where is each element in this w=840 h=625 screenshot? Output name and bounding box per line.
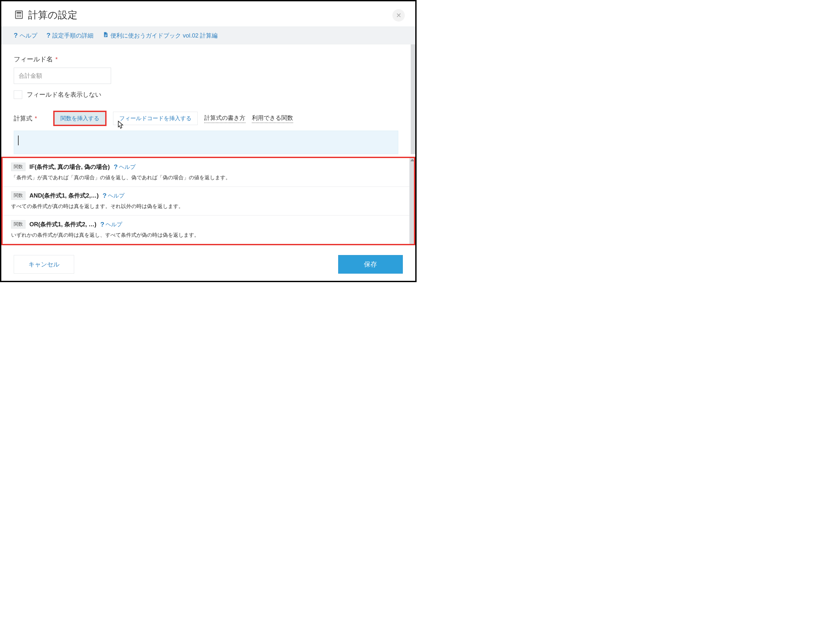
hide-field-name-checkbox[interactable] bbox=[14, 90, 22, 99]
function-badge: 関数 bbox=[11, 163, 25, 171]
function-help-link[interactable]: ? ヘルプ bbox=[100, 221, 122, 228]
svg-rect-9 bbox=[105, 35, 107, 36]
calculator-icon bbox=[14, 10, 23, 20]
insert-field-code-label: フィールドコードを挿入する bbox=[119, 115, 192, 121]
function-description: いずれかの条件式が真の時は真を返し、すべて条件式が偽の時は偽を返します。 bbox=[11, 232, 401, 239]
hide-field-name-row: フィールド名を表示しない bbox=[14, 90, 398, 99]
question-icon: ? bbox=[47, 32, 50, 39]
formula-controls-row: 計算式 * 関数を挿入する フィールドコードを挿入する 計算式の書き方 利用でき… bbox=[14, 111, 398, 126]
form-area: フィールド名 * フィールド名を表示しない 計算式 * 関数を挿入する フィール… bbox=[1, 44, 415, 154]
cancel-button-label: キャンセル bbox=[28, 261, 59, 268]
question-icon: ? bbox=[100, 221, 104, 228]
svg-point-2 bbox=[17, 14, 18, 16]
help-link-label: ヘルプ bbox=[20, 32, 37, 39]
question-icon: ? bbox=[103, 192, 106, 199]
dialog-frame: 計算の設定 ✕ ? ヘルプ ? 設定手順の詳細 便利に使おうガイドブック vol… bbox=[0, 0, 416, 282]
function-help-link[interactable]: ? ヘルプ bbox=[103, 192, 125, 199]
function-item-and[interactable]: 関数 AND(条件式1, 条件式2,…) ? ヘルプ すべての条件式が真の時は真… bbox=[3, 187, 409, 216]
svg-point-6 bbox=[18, 16, 19, 17]
function-help-label: ヘルプ bbox=[106, 221, 122, 228]
formula-label: 計算式 * bbox=[14, 114, 37, 123]
field-name-label-text: フィールド名 bbox=[14, 56, 53, 63]
svg-point-3 bbox=[18, 14, 19, 16]
dialog-footer: キャンセル 保存 bbox=[1, 245, 415, 281]
guidebook-link[interactable]: 便利に使おうガイドブック vol.02 計算編 bbox=[103, 31, 218, 39]
field-name-input[interactable] bbox=[14, 68, 111, 84]
function-description: 「条件式」が真であれば「真の場合」の値を返し、偽であれば「偽の場合」の値を返しま… bbox=[11, 174, 401, 181]
required-mark: * bbox=[56, 56, 58, 63]
function-help-label: ヘルプ bbox=[119, 163, 136, 171]
document-icon bbox=[103, 31, 109, 39]
svg-point-5 bbox=[17, 16, 18, 17]
settings-detail-link[interactable]: ? 設定手順の詳細 bbox=[47, 32, 94, 39]
close-button[interactable]: ✕ bbox=[393, 9, 405, 22]
function-badge: 関数 bbox=[11, 191, 25, 200]
svg-rect-10 bbox=[105, 36, 106, 37]
save-button[interactable]: 保存 bbox=[338, 255, 403, 274]
close-icon: ✕ bbox=[396, 11, 402, 19]
function-suggestion-list: 関数 IF(条件式, 真の場合, 偽の場合) ? ヘルプ 「条件式」が真であれば… bbox=[1, 157, 415, 245]
formula-howto-link[interactable]: 計算式の書き方 bbox=[204, 114, 245, 123]
question-icon: ? bbox=[14, 32, 18, 39]
function-help-label: ヘルプ bbox=[108, 192, 125, 199]
function-help-link[interactable]: ? ヘルプ bbox=[114, 163, 136, 171]
guidebook-label: 便利に使おうガイドブック vol.02 計算編 bbox=[111, 32, 218, 39]
help-bar: ? ヘルプ ? 設定手順の詳細 便利に使おうガイドブック vol.02 計算編 bbox=[1, 26, 415, 44]
hide-field-name-label: フィールド名を表示しない bbox=[27, 90, 101, 99]
formula-label-text: 計算式 bbox=[14, 115, 32, 122]
formula-input[interactable] bbox=[14, 131, 398, 154]
help-link[interactable]: ? ヘルプ bbox=[14, 32, 37, 39]
function-description: すべての条件式が真の時は真を返します。それ以外の時は偽を返します。 bbox=[11, 203, 401, 210]
field-name-label: フィールド名 * bbox=[14, 55, 398, 64]
function-signature: OR(条件式1, 条件式2, …) bbox=[30, 221, 97, 228]
function-item-if[interactable]: 関数 IF(条件式, 真の場合, 偽の場合) ? ヘルプ 「条件式」が真であれば… bbox=[3, 158, 409, 187]
question-icon: ? bbox=[114, 163, 118, 171]
function-signature: AND(条件式1, 条件式2,…) bbox=[30, 192, 99, 199]
svg-point-4 bbox=[20, 14, 21, 16]
insert-function-label: 関数を挿入する bbox=[61, 115, 99, 121]
svg-rect-1 bbox=[17, 12, 21, 13]
available-functions-link[interactable]: 利用できる関数 bbox=[252, 114, 293, 123]
svg-rect-8 bbox=[105, 34, 107, 35]
insert-field-code-button[interactable]: フィールドコードを挿入する bbox=[113, 112, 198, 125]
function-signature: IF(条件式, 真の場合, 偽の場合) bbox=[30, 163, 110, 171]
function-badge: 関数 bbox=[11, 220, 25, 229]
scroll-up-arrow-icon bbox=[410, 159, 414, 161]
text-caret bbox=[18, 135, 19, 145]
insert-function-button[interactable]: 関数を挿入する bbox=[53, 111, 106, 126]
save-button-label: 保存 bbox=[364, 261, 377, 268]
required-mark: * bbox=[34, 115, 37, 122]
settings-detail-label: 設定手順の詳細 bbox=[52, 32, 94, 39]
cancel-button[interactable]: キャンセル bbox=[14, 255, 74, 274]
modal-header: 計算の設定 ✕ bbox=[1, 1, 415, 26]
svg-point-7 bbox=[20, 16, 21, 17]
modal-title: 計算の設定 bbox=[28, 8, 393, 22]
function-item-or[interactable]: 関数 OR(条件式1, 条件式2, …) ? ヘルプ いずれかの条件式が真の時は… bbox=[3, 216, 409, 244]
